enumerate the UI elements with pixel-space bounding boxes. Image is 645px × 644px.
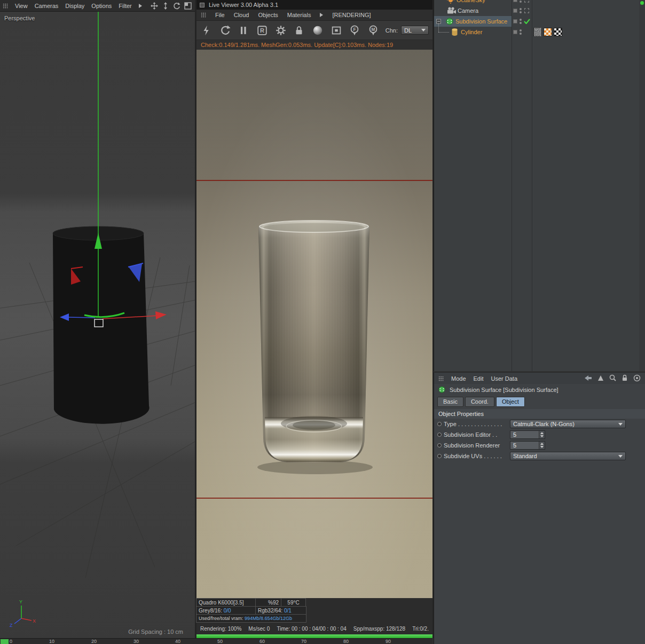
search-icon[interactable] <box>609 374 616 382</box>
menu-view[interactable]: View <box>15 3 28 9</box>
layer-square[interactable] <box>513 30 517 34</box>
layer-square[interactable] <box>513 0 517 2</box>
timeline-tick: 90 <box>386 639 391 644</box>
timeline-tick: 60 <box>259 639 265 644</box>
live-toggle-icon[interactable] <box>200 24 213 37</box>
render-view[interactable] <box>196 50 432 598</box>
object-row-camera[interactable]: Camera <box>434 5 639 16</box>
attribute-menubar: Mode Edit User Data <box>434 373 645 384</box>
menu-objects[interactable]: Objects <box>258 12 278 18</box>
attribute-manager: Mode Edit User Data <box>434 372 645 644</box>
restart-render-icon[interactable] <box>219 24 232 37</box>
orange-checker-thumbnail[interactable] <box>544 28 552 36</box>
material-ball-icon[interactable] <box>311 24 324 37</box>
stepper-arrows-icon[interactable] <box>539 442 545 449</box>
timeline-tick: 20 <box>91 639 97 644</box>
panel-handle-icon[interactable] <box>438 376 444 381</box>
cylinder-icon <box>451 28 458 36</box>
object-properties-section-header[interactable]: Object Properties <box>434 409 645 419</box>
target-icon[interactable] <box>633 374 641 383</box>
timeline-ruler[interactable]: 0 10 20 30 40 50 60 70 80 90 <box>0 638 432 644</box>
visibility-dots[interactable] <box>520 0 522 3</box>
channel-value: DL <box>404 27 412 34</box>
render-progress-bar <box>196 634 432 638</box>
pause-render-icon[interactable] <box>237 24 250 37</box>
menu-cameras[interactable]: Cameras <box>35 3 59 9</box>
noise-texture-thumbnail[interactable] <box>533 28 542 36</box>
rendered-glass-image <box>196 50 432 598</box>
keyframe-circle-icon[interactable] <box>437 433 442 437</box>
tab-object[interactable]: Object <box>496 397 525 407</box>
enabled-check-icon[interactable] <box>524 19 530 24</box>
object-manager-right-strip <box>639 0 645 371</box>
settings-gear-icon[interactable] <box>274 24 287 37</box>
object-row-cylinder[interactable]: Cylinder <box>434 27 639 37</box>
rendering-status-flag: [RENDERING] <box>332 12 371 18</box>
focus-picker-pin-icon[interactable]: F <box>348 24 361 37</box>
cursor-mode-icon[interactable] <box>597 375 604 382</box>
menu-edit[interactable]: Edit <box>474 375 484 382</box>
menu-cloud[interactable]: Cloud <box>234 12 249 18</box>
menu-overflow-icon[interactable] <box>320 13 323 17</box>
axis-y-label: Y <box>19 599 22 604</box>
dropdown-value: Catmull-Clark (N-Gons) <box>513 421 575 427</box>
object-tag-icon[interactable] <box>524 0 529 3</box>
layer-square[interactable] <box>513 9 517 13</box>
menu-options[interactable]: Options <box>91 3 112 9</box>
viewport-canvas[interactable]: Y X Z <box>0 12 195 638</box>
visibility-dots[interactable] <box>520 29 522 35</box>
material-picker-pin-icon[interactable]: M <box>367 24 380 37</box>
menu-overflow-icon[interactable] <box>139 4 142 8</box>
object-label[interactable]: Subdivision Surface <box>455 18 507 25</box>
object-label[interactable]: OctaneSky <box>457 0 485 3</box>
menu-filter[interactable]: Filter <box>119 3 131 9</box>
timeline-current-frame-marker[interactable] <box>1 639 9 644</box>
number-value: 5 <box>513 442 516 449</box>
dolly-icon[interactable] <box>161 2 170 10</box>
octane-sky-icon <box>447 0 454 4</box>
object-label[interactable]: Cylinder <box>461 29 482 35</box>
type-dropdown[interactable]: Catmull-Clark (N-Gons) <box>510 420 626 428</box>
camera-tag-icon[interactable] <box>524 9 529 13</box>
timeline-tick: 70 <box>301 639 306 644</box>
keyframe-circle-icon[interactable] <box>437 454 442 458</box>
history-back-icon[interactable] <box>584 375 592 382</box>
render-statistics: Quadro K6000[3.5] %92 59°C Grey8/16: 0/0… <box>196 598 432 638</box>
menu-file[interactable]: File <box>215 12 225 18</box>
cylinder-object[interactable] <box>53 226 150 424</box>
keyframe-circle-icon[interactable] <box>437 422 442 426</box>
lock-icon[interactable] <box>622 374 628 382</box>
bw-checker-thumbnail[interactable] <box>554 28 562 36</box>
object-row-subdivision-surface[interactable]: Subdivision Surface <box>434 16 639 27</box>
toggle-view-icon[interactable] <box>184 2 192 10</box>
attribute-object-title: Subdivision Surface [Subdivision Surface… <box>450 387 559 393</box>
rotate-view-icon[interactable] <box>172 2 181 10</box>
render-button-icon[interactable]: R <box>256 24 269 37</box>
tab-basic[interactable]: Basic <box>437 397 463 407</box>
lock-resolution-icon[interactable] <box>293 24 305 37</box>
panel-handle-icon[interactable] <box>3 3 8 9</box>
render-region-icon[interactable] <box>330 24 343 37</box>
render-region-line-top <box>196 180 432 181</box>
menu-materials[interactable]: Materials <box>287 12 311 18</box>
viewport-camera-label[interactable]: Perspective <box>4 15 35 21</box>
subdivide-uvs-dropdown[interactable]: Standard <box>510 452 626 460</box>
subdivision-editor-field[interactable]: 5 <box>510 430 545 439</box>
pan-icon[interactable] <box>150 2 159 10</box>
stepper-arrows-icon[interactable] <box>539 431 545 438</box>
visibility-dots[interactable] <box>520 19 522 24</box>
menu-user-data[interactable]: User Data <box>491 375 518 382</box>
panel-handle-icon[interactable] <box>201 12 206 18</box>
visibility-dots[interactable] <box>520 8 522 13</box>
samples-per-pixel: Spp/maxspp: 128/128 <box>353 626 405 632</box>
subdivision-renderer-field[interactable]: 5 <box>510 441 545 450</box>
keyframe-circle-icon[interactable] <box>437 443 442 447</box>
live-viewer-titlebar[interactable]: Live Viewer 3.00 Alpha 3.1 <box>196 0 432 10</box>
menu-mode[interactable]: Mode <box>451 375 466 382</box>
object-label[interactable]: Camera <box>458 7 478 14</box>
layer-square[interactable] <box>513 19 517 23</box>
channel-dropdown[interactable]: DL <box>401 26 429 35</box>
menu-display[interactable]: Display <box>65 3 84 9</box>
object-row-octanesky[interactable]: OctaneSky <box>434 0 639 5</box>
tab-coord[interactable]: Coord. <box>465 397 494 407</box>
